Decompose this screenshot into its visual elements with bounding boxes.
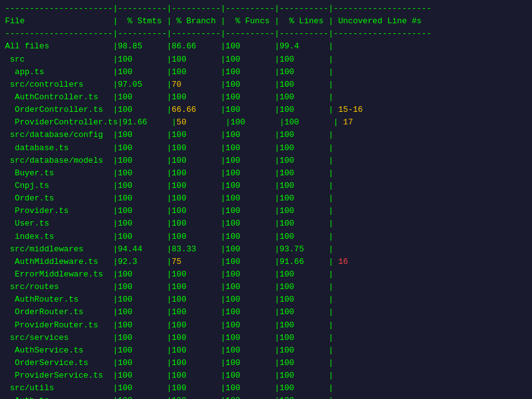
lines-cell: 100 bbox=[280, 55, 323, 64]
uncovered-cell bbox=[334, 168, 339, 178]
table-row: src/middlewares |94.44 |83.33 |100 |93.7… bbox=[5, 243, 527, 256]
table-row: src/utils |100 |100 |100 |100 | bbox=[5, 382, 527, 395]
uncovered-cell bbox=[334, 383, 339, 393]
table-row: Cnpj.ts |100 |100 |100 |100 | bbox=[5, 180, 527, 192]
uncovered-cell: 17 bbox=[339, 118, 353, 127]
funcs-cell: 100 bbox=[225, 295, 269, 304]
file-cell: ProviderService.ts bbox=[5, 371, 113, 380]
funcs-cell: 100 bbox=[225, 333, 269, 342]
stmts-cell: 100 bbox=[117, 143, 161, 153]
table-row: src/database/models |100 |100 |100 |100 … bbox=[5, 155, 527, 167]
uncovered-cell bbox=[334, 371, 339, 380]
branch-cell: 100 bbox=[171, 55, 215, 64]
stmts-cell: 100 bbox=[117, 270, 161, 279]
table-row: AuthRouter.ts |100 |100 |100 |100 | bbox=[5, 293, 527, 306]
table-row: app.ts |100 |100 |100 |100 | bbox=[5, 66, 527, 79]
uncovered-cell: 15-16 bbox=[334, 105, 363, 114]
file-cell: database.ts bbox=[5, 143, 113, 153]
branch-cell: 100 bbox=[171, 396, 215, 399]
branch-cell: 100 bbox=[171, 219, 215, 228]
lines-cell: 100 bbox=[280, 232, 323, 241]
terminal-window: ----------------------|----------|------… bbox=[0, 0, 532, 399]
branch-cell: 75 bbox=[171, 257, 215, 266]
lines-cell: 100 bbox=[280, 320, 323, 330]
funcs-cell: 100 bbox=[225, 371, 269, 380]
lines-cell: 100 bbox=[280, 282, 323, 292]
file-cell: Buyer.ts bbox=[5, 168, 113, 178]
funcs-cell: 100 bbox=[225, 257, 269, 266]
table-row: Provider.ts |100 |100 |100 |100 | bbox=[5, 205, 527, 217]
file-cell: ErrorMiddleware.ts bbox=[5, 270, 113, 279]
file-cell: src bbox=[5, 55, 113, 64]
lines-cell: 100 bbox=[280, 219, 323, 228]
file-cell: src/database/models bbox=[5, 156, 113, 165]
table-row: Auth.ts |100 |100 |100 |100 | bbox=[5, 395, 527, 399]
lines-cell: 100 bbox=[285, 118, 328, 127]
lines-cell: 99.4 bbox=[280, 41, 323, 51]
table-row: Order.ts |100 |100 |100 |100 | bbox=[5, 192, 527, 205]
table-row: src/controllers |97.05 |70 |100 |100 | bbox=[5, 79, 527, 91]
branch-cell: 100 bbox=[171, 383, 215, 393]
lines-cell: 100 bbox=[280, 295, 323, 304]
file-cell: Order.ts bbox=[5, 194, 113, 203]
funcs-cell: 100 bbox=[225, 383, 269, 393]
terminal-line: File | % Stmts | % Branch | % Funcs | % … bbox=[5, 15, 527, 28]
file-cell: AuthMiddleware.ts bbox=[5, 257, 113, 266]
lines-cell: 100 bbox=[280, 333, 323, 342]
funcs-cell: 100 bbox=[225, 156, 269, 165]
lines-cell: 93.75 bbox=[280, 244, 323, 254]
branch-cell: 100 bbox=[171, 320, 215, 330]
branch-cell: 100 bbox=[171, 156, 215, 165]
uncovered-cell bbox=[334, 270, 339, 279]
table-row: All files |98.85 |86.66 |100 |99.4 | bbox=[5, 40, 527, 53]
funcs-cell: 100 bbox=[225, 244, 269, 254]
branch-cell: 100 bbox=[171, 194, 215, 203]
uncovered-cell bbox=[334, 244, 339, 254]
branch-cell: 100 bbox=[171, 143, 215, 153]
stmts-cell: 100 bbox=[117, 219, 161, 228]
funcs-cell: 100 bbox=[225, 307, 269, 317]
stmts-cell: 100 bbox=[117, 168, 161, 178]
table-row: src/routes |100 |100 |100 |100 | bbox=[5, 281, 527, 293]
funcs-cell: 100 bbox=[225, 67, 269, 77]
funcs-cell: 100 bbox=[225, 346, 269, 355]
funcs-cell: 100 bbox=[225, 80, 269, 89]
file-cell: src/database/config bbox=[5, 130, 113, 139]
uncovered-cell bbox=[334, 396, 339, 399]
file-cell: AuthController.ts bbox=[5, 92, 113, 102]
lines-cell: 100 bbox=[280, 181, 323, 190]
stmts-cell: 100 bbox=[117, 55, 161, 64]
table-row: ErrorMiddleware.ts |100 |100 |100 |100 | bbox=[5, 268, 527, 281]
table-row: OrderRouter.ts |100 |100 |100 |100 | bbox=[5, 306, 527, 319]
uncovered-cell bbox=[334, 67, 339, 77]
branch-cell: 100 bbox=[171, 232, 215, 241]
branch-cell: 100 bbox=[171, 282, 215, 292]
file-cell: Provider.ts bbox=[5, 206, 113, 216]
stmts-cell: 100 bbox=[117, 346, 161, 355]
table-row: Buyer.ts |100 |100 |100 |100 | bbox=[5, 167, 527, 180]
lines-cell: 100 bbox=[280, 346, 323, 355]
branch-cell: 100 bbox=[171, 130, 215, 139]
funcs-cell: 100 bbox=[231, 118, 274, 127]
file-cell: src/controllers bbox=[5, 80, 113, 89]
funcs-cell: 100 bbox=[225, 396, 269, 399]
table-row: src/services |100 |100 |100 |100 | bbox=[5, 332, 527, 344]
branch-cell: 100 bbox=[171, 333, 215, 342]
stmts-cell: 94.44 bbox=[117, 244, 161, 254]
stmts-cell: 100 bbox=[117, 295, 161, 304]
branch-cell: 70 bbox=[171, 80, 215, 89]
lines-cell: 100 bbox=[280, 105, 323, 114]
funcs-cell: 100 bbox=[225, 282, 269, 292]
lines-cell: 100 bbox=[280, 396, 323, 399]
file-cell: src/middlewares bbox=[5, 244, 113, 254]
funcs-cell: 100 bbox=[225, 92, 269, 102]
table-row: ProviderRouter.ts |100 |100 |100 |100 | bbox=[5, 319, 527, 332]
file-cell: Auth.ts bbox=[5, 396, 113, 399]
uncovered-cell bbox=[334, 41, 339, 51]
stmts-cell: 92.3 bbox=[117, 257, 161, 266]
file-cell: app.ts bbox=[5, 67, 113, 77]
uncovered-cell bbox=[334, 194, 339, 203]
file-cell: Cnpj.ts bbox=[5, 181, 113, 190]
uncovered-cell bbox=[334, 358, 339, 368]
lines-cell: 100 bbox=[280, 383, 323, 393]
